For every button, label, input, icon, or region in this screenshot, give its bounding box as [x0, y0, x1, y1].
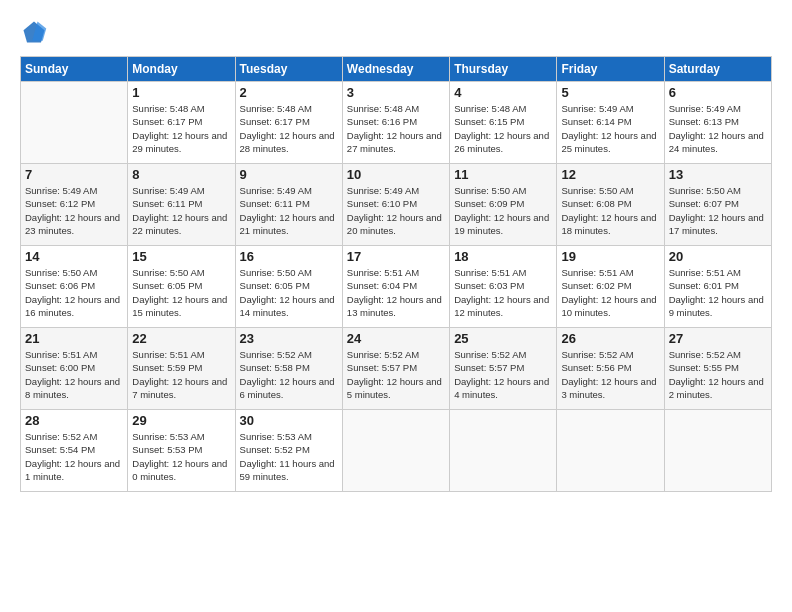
day-number: 3 — [347, 85, 445, 100]
cell-info: Sunrise: 5:51 AMSunset: 6:03 PMDaylight:… — [454, 266, 552, 319]
day-number: 7 — [25, 167, 123, 182]
calendar-cell — [21, 82, 128, 164]
cell-info: Sunrise: 5:51 AMSunset: 6:02 PMDaylight:… — [561, 266, 659, 319]
day-number: 6 — [669, 85, 767, 100]
day-number: 20 — [669, 249, 767, 264]
day-number: 11 — [454, 167, 552, 182]
calendar-cell: 11 Sunrise: 5:50 AMSunset: 6:09 PMDaylig… — [450, 164, 557, 246]
calendar-cell: 22 Sunrise: 5:51 AMSunset: 5:59 PMDaylig… — [128, 328, 235, 410]
calendar-cell — [342, 410, 449, 492]
calendar-cell — [557, 410, 664, 492]
weekday-header-monday: Monday — [128, 57, 235, 82]
calendar-cell: 29 Sunrise: 5:53 AMSunset: 5:53 PMDaylig… — [128, 410, 235, 492]
calendar-cell — [450, 410, 557, 492]
cell-info: Sunrise: 5:49 AMSunset: 6:13 PMDaylight:… — [669, 102, 767, 155]
cell-info: Sunrise: 5:49 AMSunset: 6:14 PMDaylight:… — [561, 102, 659, 155]
cell-info: Sunrise: 5:49 AMSunset: 6:11 PMDaylight:… — [240, 184, 338, 237]
cell-info: Sunrise: 5:50 AMSunset: 6:09 PMDaylight:… — [454, 184, 552, 237]
calendar-week-row: 14 Sunrise: 5:50 AMSunset: 6:06 PMDaylig… — [21, 246, 772, 328]
day-number: 12 — [561, 167, 659, 182]
calendar-cell: 20 Sunrise: 5:51 AMSunset: 6:01 PMDaylig… — [664, 246, 771, 328]
calendar-cell — [664, 410, 771, 492]
cell-info: Sunrise: 5:50 AMSunset: 6:08 PMDaylight:… — [561, 184, 659, 237]
day-number: 10 — [347, 167, 445, 182]
day-number: 25 — [454, 331, 552, 346]
calendar-cell: 14 Sunrise: 5:50 AMSunset: 6:06 PMDaylig… — [21, 246, 128, 328]
day-number: 27 — [669, 331, 767, 346]
calendar-cell: 10 Sunrise: 5:49 AMSunset: 6:10 PMDaylig… — [342, 164, 449, 246]
calendar-cell: 23 Sunrise: 5:52 AMSunset: 5:58 PMDaylig… — [235, 328, 342, 410]
cell-info: Sunrise: 5:53 AMSunset: 5:52 PMDaylight:… — [240, 430, 338, 483]
cell-info: Sunrise: 5:50 AMSunset: 6:05 PMDaylight:… — [240, 266, 338, 319]
day-number: 30 — [240, 413, 338, 428]
day-number: 28 — [25, 413, 123, 428]
calendar-cell: 24 Sunrise: 5:52 AMSunset: 5:57 PMDaylig… — [342, 328, 449, 410]
calendar-cell: 9 Sunrise: 5:49 AMSunset: 6:11 PMDayligh… — [235, 164, 342, 246]
cell-info: Sunrise: 5:52 AMSunset: 5:57 PMDaylight:… — [454, 348, 552, 401]
weekday-header-thursday: Thursday — [450, 57, 557, 82]
calendar-table: SundayMondayTuesdayWednesdayThursdayFrid… — [20, 56, 772, 492]
calendar-week-row: 28 Sunrise: 5:52 AMSunset: 5:54 PMDaylig… — [21, 410, 772, 492]
cell-info: Sunrise: 5:51 AMSunset: 5:59 PMDaylight:… — [132, 348, 230, 401]
cell-info: Sunrise: 5:52 AMSunset: 5:54 PMDaylight:… — [25, 430, 123, 483]
day-number: 17 — [347, 249, 445, 264]
cell-info: Sunrise: 5:49 AMSunset: 6:10 PMDaylight:… — [347, 184, 445, 237]
cell-info: Sunrise: 5:52 AMSunset: 5:57 PMDaylight:… — [347, 348, 445, 401]
cell-info: Sunrise: 5:48 AMSunset: 6:16 PMDaylight:… — [347, 102, 445, 155]
day-number: 16 — [240, 249, 338, 264]
calendar-week-row: 1 Sunrise: 5:48 AMSunset: 6:17 PMDayligh… — [21, 82, 772, 164]
weekday-header-tuesday: Tuesday — [235, 57, 342, 82]
calendar-cell: 18 Sunrise: 5:51 AMSunset: 6:03 PMDaylig… — [450, 246, 557, 328]
day-number: 15 — [132, 249, 230, 264]
day-number: 13 — [669, 167, 767, 182]
calendar-cell: 4 Sunrise: 5:48 AMSunset: 6:15 PMDayligh… — [450, 82, 557, 164]
calendar-cell: 19 Sunrise: 5:51 AMSunset: 6:02 PMDaylig… — [557, 246, 664, 328]
calendar-week-row: 7 Sunrise: 5:49 AMSunset: 6:12 PMDayligh… — [21, 164, 772, 246]
page: SundayMondayTuesdayWednesdayThursdayFrid… — [0, 0, 792, 612]
calendar-header-row: SundayMondayTuesdayWednesdayThursdayFrid… — [21, 57, 772, 82]
day-number: 26 — [561, 331, 659, 346]
weekday-header-saturday: Saturday — [664, 57, 771, 82]
weekday-header-friday: Friday — [557, 57, 664, 82]
cell-info: Sunrise: 5:52 AMSunset: 5:56 PMDaylight:… — [561, 348, 659, 401]
cell-info: Sunrise: 5:50 AMSunset: 6:05 PMDaylight:… — [132, 266, 230, 319]
calendar-cell: 28 Sunrise: 5:52 AMSunset: 5:54 PMDaylig… — [21, 410, 128, 492]
day-number: 18 — [454, 249, 552, 264]
day-number: 22 — [132, 331, 230, 346]
day-number: 5 — [561, 85, 659, 100]
calendar-cell: 8 Sunrise: 5:49 AMSunset: 6:11 PMDayligh… — [128, 164, 235, 246]
calendar-cell: 12 Sunrise: 5:50 AMSunset: 6:08 PMDaylig… — [557, 164, 664, 246]
cell-info: Sunrise: 5:49 AMSunset: 6:11 PMDaylight:… — [132, 184, 230, 237]
calendar-cell: 3 Sunrise: 5:48 AMSunset: 6:16 PMDayligh… — [342, 82, 449, 164]
cell-info: Sunrise: 5:52 AMSunset: 5:58 PMDaylight:… — [240, 348, 338, 401]
day-number: 29 — [132, 413, 230, 428]
cell-info: Sunrise: 5:53 AMSunset: 5:53 PMDaylight:… — [132, 430, 230, 483]
calendar-cell: 2 Sunrise: 5:48 AMSunset: 6:17 PMDayligh… — [235, 82, 342, 164]
day-number: 4 — [454, 85, 552, 100]
day-number: 21 — [25, 331, 123, 346]
day-number: 24 — [347, 331, 445, 346]
calendar-week-row: 21 Sunrise: 5:51 AMSunset: 6:00 PMDaylig… — [21, 328, 772, 410]
calendar-cell: 16 Sunrise: 5:50 AMSunset: 6:05 PMDaylig… — [235, 246, 342, 328]
cell-info: Sunrise: 5:50 AMSunset: 6:06 PMDaylight:… — [25, 266, 123, 319]
calendar-cell: 1 Sunrise: 5:48 AMSunset: 6:17 PMDayligh… — [128, 82, 235, 164]
calendar-cell: 17 Sunrise: 5:51 AMSunset: 6:04 PMDaylig… — [342, 246, 449, 328]
weekday-header-sunday: Sunday — [21, 57, 128, 82]
weekday-header-wednesday: Wednesday — [342, 57, 449, 82]
header — [20, 18, 772, 46]
day-number: 1 — [132, 85, 230, 100]
cell-info: Sunrise: 5:50 AMSunset: 6:07 PMDaylight:… — [669, 184, 767, 237]
calendar-cell: 5 Sunrise: 5:49 AMSunset: 6:14 PMDayligh… — [557, 82, 664, 164]
day-number: 23 — [240, 331, 338, 346]
day-number: 19 — [561, 249, 659, 264]
cell-info: Sunrise: 5:52 AMSunset: 5:55 PMDaylight:… — [669, 348, 767, 401]
cell-info: Sunrise: 5:51 AMSunset: 6:04 PMDaylight:… — [347, 266, 445, 319]
calendar-cell: 15 Sunrise: 5:50 AMSunset: 6:05 PMDaylig… — [128, 246, 235, 328]
cell-info: Sunrise: 5:49 AMSunset: 6:12 PMDaylight:… — [25, 184, 123, 237]
calendar-cell: 26 Sunrise: 5:52 AMSunset: 5:56 PMDaylig… — [557, 328, 664, 410]
day-number: 14 — [25, 249, 123, 264]
calendar-cell: 25 Sunrise: 5:52 AMSunset: 5:57 PMDaylig… — [450, 328, 557, 410]
logo — [20, 18, 50, 46]
calendar-cell: 27 Sunrise: 5:52 AMSunset: 5:55 PMDaylig… — [664, 328, 771, 410]
calendar-cell: 21 Sunrise: 5:51 AMSunset: 6:00 PMDaylig… — [21, 328, 128, 410]
